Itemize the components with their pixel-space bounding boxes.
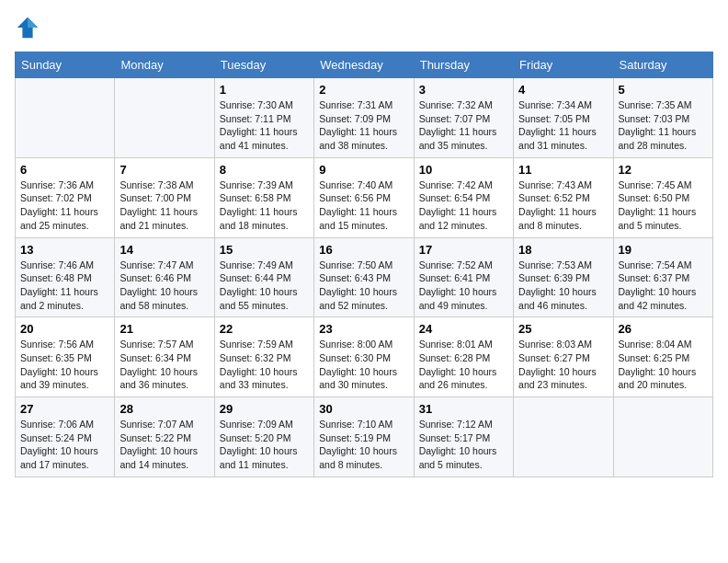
day-info: Sunrise: 7:54 AM Sunset: 6:37 PM Dayligh… (619, 259, 708, 313)
day-info: Sunrise: 7:56 AM Sunset: 6:35 PM Dayligh… (20, 338, 109, 392)
day-info: Sunrise: 8:03 AM Sunset: 6:27 PM Dayligh… (518, 338, 608, 392)
day-info: Sunrise: 8:01 AM Sunset: 6:28 PM Dayligh… (419, 338, 508, 392)
day-info: Sunrise: 7:40 AM Sunset: 6:56 PM Dayligh… (319, 178, 408, 233)
day-number: 13 (20, 243, 109, 257)
day-info: Sunrise: 7:49 AM Sunset: 6:44 PM Dayligh… (220, 259, 309, 313)
logo-icon (15, 15, 40, 40)
calendar-cell: 31Sunrise: 7:12 AM Sunset: 5:17 PM Dayli… (414, 397, 513, 477)
calendar-week-row: 1Sunrise: 7:30 AM Sunset: 7:11 PM Daylig… (16, 78, 713, 158)
calendar-cell: 9Sunrise: 7:40 AM Sunset: 6:56 PM Daylig… (314, 157, 414, 237)
calendar-cell: 30Sunrise: 7:10 AM Sunset: 5:19 PM Dayli… (314, 397, 414, 477)
day-info: Sunrise: 7:52 AM Sunset: 6:41 PM Dayligh… (419, 259, 508, 313)
day-number: 5 (619, 83, 708, 97)
calendar-cell: 22Sunrise: 7:59 AM Sunset: 6:32 PM Dayli… (214, 317, 313, 397)
calendar-cell: 8Sunrise: 7:39 AM Sunset: 6:58 PM Daylig… (214, 157, 313, 237)
calendar-cell: 1Sunrise: 7:30 AM Sunset: 7:11 PM Daylig… (214, 78, 313, 158)
calendar-cell: 29Sunrise: 7:09 AM Sunset: 5:20 PM Dayli… (214, 397, 313, 477)
calendar-cell: 6Sunrise: 7:36 AM Sunset: 7:02 PM Daylig… (16, 157, 115, 237)
day-info: Sunrise: 8:00 AM Sunset: 6:30 PM Dayligh… (319, 338, 408, 392)
calendar-cell: 26Sunrise: 8:04 AM Sunset: 6:25 PM Dayli… (613, 317, 712, 397)
day-info: Sunrise: 7:38 AM Sunset: 7:00 PM Dayligh… (119, 178, 209, 233)
day-number: 12 (619, 163, 708, 177)
calendar-cell: 23Sunrise: 8:00 AM Sunset: 6:30 PM Dayli… (314, 317, 414, 397)
day-info: Sunrise: 7:30 AM Sunset: 7:11 PM Dayligh… (220, 98, 309, 153)
day-number: 20 (20, 322, 109, 336)
day-number: 10 (419, 163, 508, 177)
day-number: 11 (518, 163, 608, 177)
calendar-cell (613, 397, 712, 477)
calendar-cell: 11Sunrise: 7:43 AM Sunset: 6:52 PM Dayli… (514, 157, 613, 237)
day-info: Sunrise: 7:46 AM Sunset: 6:48 PM Dayligh… (20, 259, 109, 313)
day-number: 15 (220, 243, 309, 257)
day-number: 22 (220, 322, 309, 336)
day-number: 31 (419, 402, 508, 416)
logo (15, 15, 44, 40)
day-number: 8 (220, 163, 309, 177)
day-number: 2 (319, 83, 408, 97)
day-info: Sunrise: 7:47 AM Sunset: 6:46 PM Dayligh… (119, 259, 209, 313)
day-info: Sunrise: 7:35 AM Sunset: 7:03 PM Dayligh… (619, 98, 708, 153)
calendar-cell: 27Sunrise: 7:06 AM Sunset: 5:24 PM Dayli… (16, 397, 115, 477)
weekday-header: Wednesday (314, 52, 414, 78)
day-info: Sunrise: 7:36 AM Sunset: 7:02 PM Dayligh… (20, 178, 109, 233)
day-number: 25 (518, 322, 608, 336)
day-info: Sunrise: 7:45 AM Sunset: 6:50 PM Dayligh… (619, 178, 708, 233)
calendar-week-row: 6Sunrise: 7:36 AM Sunset: 7:02 PM Daylig… (16, 157, 713, 237)
day-number: 21 (119, 322, 209, 336)
day-number: 1 (220, 83, 309, 97)
day-info: Sunrise: 7:09 AM Sunset: 5:20 PM Dayligh… (220, 418, 309, 472)
calendar-week-row: 13Sunrise: 7:46 AM Sunset: 6:48 PM Dayli… (16, 237, 713, 317)
calendar-cell: 12Sunrise: 7:45 AM Sunset: 6:50 PM Dayli… (613, 157, 712, 237)
calendar-cell: 28Sunrise: 7:07 AM Sunset: 5:22 PM Dayli… (115, 397, 214, 477)
day-info: Sunrise: 7:53 AM Sunset: 6:39 PM Dayligh… (518, 259, 608, 313)
day-number: 26 (619, 322, 708, 336)
day-number: 3 (419, 83, 508, 97)
day-number: 23 (319, 322, 408, 336)
calendar-week-row: 27Sunrise: 7:06 AM Sunset: 5:24 PM Dayli… (16, 397, 713, 477)
calendar-cell (115, 78, 214, 158)
calendar-header: SundayMondayTuesdayWednesdayThursdayFrid… (16, 52, 713, 78)
day-info: Sunrise: 7:39 AM Sunset: 6:58 PM Dayligh… (220, 178, 309, 233)
weekday-header: Tuesday (214, 52, 313, 78)
calendar-body: 1Sunrise: 7:30 AM Sunset: 7:11 PM Daylig… (16, 78, 713, 477)
calendar-cell: 3Sunrise: 7:32 AM Sunset: 7:07 PM Daylig… (414, 78, 513, 158)
day-number: 27 (20, 402, 109, 416)
day-number: 14 (119, 243, 209, 257)
calendar-table: SundayMondayTuesdayWednesdayThursdayFrid… (15, 52, 713, 477)
day-info: Sunrise: 7:06 AM Sunset: 5:24 PM Dayligh… (20, 418, 109, 472)
calendar-cell: 14Sunrise: 7:47 AM Sunset: 6:46 PM Dayli… (115, 237, 214, 317)
day-info: Sunrise: 8:04 AM Sunset: 6:25 PM Dayligh… (619, 338, 708, 392)
day-number: 29 (220, 402, 309, 416)
calendar-cell: 10Sunrise: 7:42 AM Sunset: 6:54 PM Dayli… (414, 157, 513, 237)
day-number: 24 (419, 322, 508, 336)
day-number: 30 (319, 402, 408, 416)
calendar-cell: 19Sunrise: 7:54 AM Sunset: 6:37 PM Dayli… (613, 237, 712, 317)
day-number: 18 (518, 243, 608, 257)
day-info: Sunrise: 7:34 AM Sunset: 7:05 PM Dayligh… (518, 98, 608, 153)
day-info: Sunrise: 7:42 AM Sunset: 6:54 PM Dayligh… (419, 178, 508, 233)
weekday-header: Sunday (16, 52, 115, 78)
calendar-cell: 7Sunrise: 7:38 AM Sunset: 7:00 PM Daylig… (115, 157, 214, 237)
calendar-cell (514, 397, 613, 477)
calendar-cell (16, 78, 115, 158)
calendar-cell: 24Sunrise: 8:01 AM Sunset: 6:28 PM Dayli… (414, 317, 513, 397)
day-info: Sunrise: 7:50 AM Sunset: 6:43 PM Dayligh… (319, 259, 408, 313)
day-number: 7 (119, 163, 209, 177)
calendar-cell: 15Sunrise: 7:49 AM Sunset: 6:44 PM Dayli… (214, 237, 313, 317)
day-info: Sunrise: 7:12 AM Sunset: 5:17 PM Dayligh… (419, 418, 508, 472)
calendar-cell: 21Sunrise: 7:57 AM Sunset: 6:34 PM Dayli… (115, 317, 214, 397)
day-info: Sunrise: 7:31 AM Sunset: 7:09 PM Dayligh… (319, 98, 408, 153)
day-number: 28 (119, 402, 209, 416)
day-number: 16 (319, 243, 408, 257)
weekday-header: Saturday (613, 52, 712, 78)
weekday-header: Friday (514, 52, 613, 78)
day-info: Sunrise: 7:43 AM Sunset: 6:52 PM Dayligh… (518, 178, 608, 233)
day-number: 6 (20, 163, 109, 177)
calendar-cell: 13Sunrise: 7:46 AM Sunset: 6:48 PM Dayli… (16, 237, 115, 317)
day-number: 9 (319, 163, 408, 177)
calendar-cell: 4Sunrise: 7:34 AM Sunset: 7:05 PM Daylig… (514, 78, 613, 158)
svg-marker-1 (28, 17, 38, 28)
calendar-cell: 5Sunrise: 7:35 AM Sunset: 7:03 PM Daylig… (613, 78, 712, 158)
weekday-header: Thursday (414, 52, 513, 78)
calendar-cell: 17Sunrise: 7:52 AM Sunset: 6:41 PM Dayli… (414, 237, 513, 317)
